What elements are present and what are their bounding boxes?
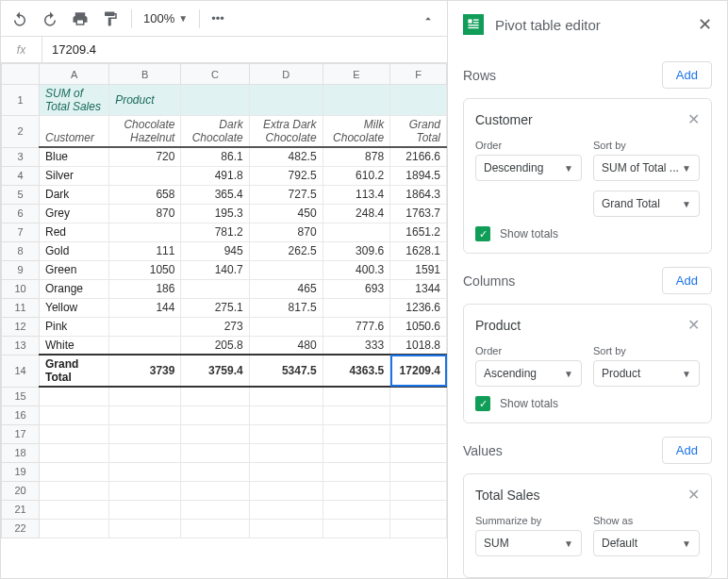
cell[interactable]: Grand Total	[40, 355, 109, 387]
row-header[interactable]: 2	[2, 116, 40, 148]
cell[interactable]: 1050.6	[390, 317, 447, 336]
cell[interactable]	[181, 424, 249, 443]
cell[interactable]	[181, 443, 249, 462]
print-icon[interactable]	[71, 9, 90, 28]
spreadsheet-grid[interactable]: ABCDEF1SUM of Total SalesProduct2Custome…	[1, 63, 447, 578]
cell[interactable]	[390, 462, 447, 481]
cell[interactable]	[109, 223, 181, 241]
remove-card-icon[interactable]: ✕	[687, 316, 700, 334]
cell[interactable]: 86.1	[181, 147, 249, 166]
cell[interactable]	[40, 500, 109, 519]
cell[interactable]	[40, 424, 109, 443]
cell[interactable]	[40, 387, 109, 405]
cell[interactable]	[249, 317, 323, 336]
pivot-col-header[interactable]: Chocolate Hazelnut	[109, 116, 181, 148]
row-header[interactable]: 14	[2, 355, 40, 387]
zoom-dropdown[interactable]: 100%▼	[143, 11, 188, 25]
cell[interactable]	[249, 462, 323, 481]
row-header[interactable]: 19	[2, 462, 40, 481]
cell[interactable]	[323, 481, 390, 500]
cell[interactable]	[249, 405, 323, 424]
cell[interactable]: 1050	[109, 260, 181, 279]
remove-card-icon[interactable]: ✕	[687, 110, 700, 128]
cell[interactable]: 1236.6	[390, 298, 447, 317]
cell[interactable]	[390, 443, 447, 462]
row-header[interactable]: 17	[2, 424, 40, 443]
pivot-header[interactable]: Product	[109, 85, 181, 116]
chevron-up-icon[interactable]	[419, 9, 438, 28]
col-header[interactable]: A	[40, 64, 109, 85]
order-dropdown[interactable]: Descending▼	[475, 155, 582, 181]
cell[interactable]: 491.8	[181, 166, 249, 185]
cell[interactable]: Green	[40, 260, 109, 279]
cell[interactable]: 4363.5	[323, 355, 390, 387]
pivot-col-header[interactable]: Dark Chocolate	[181, 116, 249, 148]
cell[interactable]: Orange	[40, 279, 109, 298]
sortby-dropdown[interactable]: Product▼	[593, 360, 700, 387]
row-header[interactable]: 6	[2, 204, 40, 223]
cell[interactable]: 658	[109, 185, 181, 204]
undo-icon[interactable]	[10, 9, 29, 28]
remove-card-icon[interactable]: ✕	[687, 486, 700, 504]
order-dropdown[interactable]: Ascending▼	[475, 360, 582, 387]
cell[interactable]	[249, 260, 323, 279]
cell[interactable]	[390, 519, 447, 538]
row-header[interactable]: 3	[2, 147, 40, 166]
col-header[interactable]: E	[323, 64, 390, 85]
cell[interactable]	[323, 500, 390, 519]
cell[interactable]: 113.4	[323, 185, 390, 204]
cell[interactable]	[109, 405, 181, 424]
paint-format-icon[interactable]	[101, 9, 120, 28]
cell[interactable]	[109, 462, 181, 481]
cell[interactable]: 1763.7	[390, 204, 447, 223]
row-header[interactable]: 22	[2, 519, 40, 538]
cell[interactable]: 144	[109, 298, 181, 317]
row-header[interactable]: 21	[2, 500, 40, 519]
cell[interactable]: 870	[249, 223, 323, 241]
row-header[interactable]: 18	[2, 443, 40, 462]
row-header[interactable]: 20	[2, 481, 40, 500]
cell[interactable]	[249, 481, 323, 500]
cell[interactable]: 727.5	[249, 185, 323, 204]
cell[interactable]	[181, 481, 249, 500]
pivot-col-header[interactable]: Grand Total	[390, 116, 447, 148]
redo-icon[interactable]	[41, 9, 59, 28]
cell[interactable]: 262.5	[249, 241, 323, 260]
cell[interactable]: 693	[323, 279, 390, 298]
sortby-extra-dropdown[interactable]: Grand Total▼	[593, 190, 700, 217]
cell[interactable]	[109, 519, 181, 538]
add-values-button[interactable]: Add	[662, 437, 712, 464]
cell[interactable]	[323, 387, 390, 405]
cell[interactable]	[181, 519, 249, 538]
cell[interactable]: 365.4	[181, 185, 249, 204]
cell[interactable]: Gold	[40, 241, 109, 260]
cell[interactable]: 309.6	[323, 241, 390, 260]
cell[interactable]: 1864.3	[390, 185, 447, 204]
cell[interactable]	[249, 387, 323, 405]
cell[interactable]	[109, 336, 181, 355]
cell[interactable]: Yellow	[40, 298, 109, 317]
cell[interactable]: 17209.4	[390, 355, 447, 387]
formula-value[interactable]: 17209.4	[42, 42, 106, 57]
show-totals-checkbox[interactable]: ✓	[475, 226, 490, 241]
col-header[interactable]: F	[390, 64, 447, 85]
col-header[interactable]: B	[109, 64, 181, 85]
cell[interactable]	[249, 424, 323, 443]
cell[interactable]: 3739	[109, 355, 181, 387]
row-header[interactable]: 11	[2, 298, 40, 317]
cell[interactable]: 870	[109, 204, 181, 223]
cell[interactable]: Dark	[40, 185, 109, 204]
cell[interactable]: 205.8	[181, 336, 249, 355]
cell[interactable]: 140.7	[181, 260, 249, 279]
cell[interactable]: Silver	[40, 166, 109, 185]
cell[interactable]: 817.5	[249, 298, 323, 317]
cell[interactable]	[390, 500, 447, 519]
cell[interactable]	[323, 223, 390, 241]
show-totals-checkbox[interactable]: ✓	[475, 396, 490, 411]
cell[interactable]: 186	[109, 279, 181, 298]
cell[interactable]: 465	[249, 279, 323, 298]
cell[interactable]	[40, 443, 109, 462]
pivot-col-header[interactable]: Extra Dark Chocolate	[249, 116, 323, 148]
cell[interactable]	[323, 298, 390, 317]
cell[interactable]	[40, 462, 109, 481]
